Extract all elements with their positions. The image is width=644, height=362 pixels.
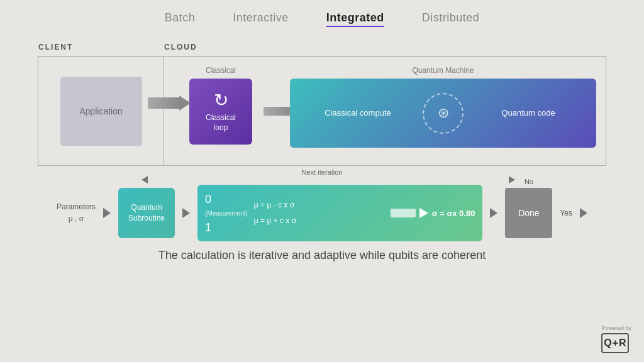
company-logo: Q+R: [601, 333, 629, 353]
formula-bottom: μ = μ + c x σ: [254, 216, 384, 226]
next-iteration-container: Next iteration: [57, 168, 587, 180]
client-section: CLIENT Application: [38, 56, 164, 166]
classical-loop-label: Classicalloop: [206, 113, 236, 133]
bottom-text: The calculation is iterative and adaptiv…: [0, 241, 644, 262]
sigma-arrow-icon: [419, 208, 428, 218]
measurement-val-0: 0: [205, 194, 248, 205]
circuit-symbol: ⊛: [438, 105, 449, 121]
client-label: CLIENT: [38, 43, 73, 52]
arrow-body: [148, 97, 179, 109]
quantum-machine-section: Quantum Machine Classical compute ⊛ Quan…: [290, 66, 596, 148]
quantum-subroutine-box: Quantum Subroutine: [118, 188, 175, 238]
measurement-val-1: 1: [205, 222, 248, 233]
quantum-machine-label: Quantum Machine: [290, 66, 596, 75]
tab-interactive[interactable]: Interactive: [233, 11, 289, 25]
tab-distributed[interactable]: Distributed: [422, 11, 480, 25]
classical-section-label: Classical: [177, 66, 265, 75]
params-label: Parametersμ , σ: [57, 201, 96, 225]
tab-batch[interactable]: Batch: [165, 11, 196, 25]
refresh-icon: ↻: [214, 90, 228, 111]
quantum-circuit-icon: ⊛: [423, 93, 464, 134]
classical-loop-box: ↻ Classicalloop: [189, 79, 252, 145]
quantum-code-label: Quantum code: [473, 107, 584, 119]
sigma-result: σ = σx 0.80: [391, 208, 475, 218]
cloud-section: CLOUD Classical ↻ Classicalloop Quant: [164, 56, 606, 166]
lower-section: Parametersμ , σ Quantum Subroutine 0 (Me…: [38, 185, 606, 241]
done-label: Done: [518, 208, 539, 218]
yes-label: Yes: [560, 209, 572, 217]
quantum-subroutine-label: Quantum Subroutine: [118, 202, 175, 224]
next-iter-right-arrow: [509, 176, 515, 184]
measurement-sub-label: (Measurement): [205, 210, 248, 217]
sigma-result-label: σ = σx 0.80: [432, 209, 475, 218]
logo-area: Powered by Q+R: [601, 325, 631, 353]
application-box: Application: [60, 77, 142, 146]
next-iteration-label: Next iteration: [302, 168, 343, 176]
formula-top: μ = μ - c x σ: [254, 200, 384, 211]
powered-by-label: Powered by: [601, 325, 631, 331]
measurement-to-done-arrow: [490, 208, 497, 218]
params-arrow: [103, 208, 111, 218]
no-label: No: [525, 178, 533, 185]
formulas: μ = μ - c x σ μ = μ + c x σ: [254, 200, 384, 226]
next-iter-left-arrow: [142, 176, 148, 184]
tab-integrated[interactable]: Integrated: [326, 11, 384, 25]
client-to-cloud-arrow: [148, 96, 191, 111]
arrow-head: [179, 96, 191, 111]
main-diagram: CLIENT Application CLOUD Classical ↻ C: [0, 33, 644, 241]
measurement-box: 0 (Measurement) 1 μ = μ - c x σ μ = μ + …: [197, 185, 482, 241]
quantum-machine-box: Classical compute ⊛ Quantum code: [290, 79, 596, 148]
top-nav: Batch Interactive Integrated Distributed: [0, 0, 644, 33]
application-label: Application: [79, 106, 123, 116]
done-box: Done: [505, 188, 552, 238]
done-section: No Done: [505, 188, 552, 238]
cloud-label: CLOUD: [164, 43, 197, 52]
classical-compute-label: Classical compute: [303, 107, 413, 119]
yes-arrow: [580, 208, 587, 218]
subroutine-arrow: [182, 208, 190, 218]
measurement-values: 0 (Measurement) 1: [205, 194, 248, 233]
